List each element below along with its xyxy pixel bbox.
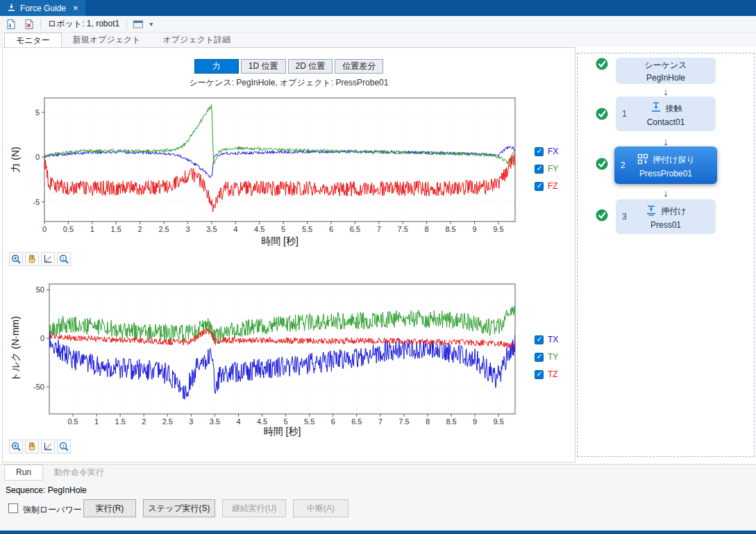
- svg-text:-50: -50: [33, 383, 44, 391]
- close-icon[interactable]: ×: [73, 3, 78, 12]
- svg-text:2: 2: [138, 225, 142, 233]
- status-success-icon: [596, 209, 608, 222]
- toolbar: ロボット: 1, robot1 ▾: [0, 16, 756, 33]
- tab-run[interactable]: Run: [4, 465, 43, 481]
- svg-text:力 (N): 力 (N): [10, 147, 21, 172]
- main-tabstrip: モニター 新規オブジェクト オブジェクト詳細: [0, 33, 756, 47]
- zoom-reset-icon[interactable]: 1: [57, 252, 71, 266]
- step-number: 3: [622, 212, 627, 222]
- sequence-step-contact[interactable]: 1 接触 Contact01: [616, 97, 716, 131]
- svg-text:4: 4: [236, 417, 240, 426]
- svg-text:9: 9: [473, 417, 477, 426]
- fx-checkbox[interactable]: [535, 147, 544, 156]
- tx-checkbox[interactable]: [535, 335, 544, 344]
- monitor-panel: 力 1D 位置 2D 位置 位置差分 シーケンス: PegInHole, オブジ…: [2, 47, 576, 462]
- force-low-power-checkbox[interactable]: [8, 503, 18, 513]
- chart-subtitle: シーケンス: PegInHole, オブジェクト: PressProbe01: [3, 77, 575, 89]
- status-strip: [0, 531, 756, 534]
- svg-text:6: 6: [331, 417, 335, 426]
- pan-icon[interactable]: [25, 252, 39, 266]
- fz-label: FZ: [548, 181, 558, 191]
- svg-text:0: 0: [35, 153, 40, 161]
- abort-button: 中断(A): [293, 499, 348, 517]
- torque-chart-toolbar: 1: [9, 440, 71, 453]
- svg-text:7: 7: [378, 417, 383, 426]
- tz-checkbox[interactable]: [535, 370, 544, 379]
- svg-text:時間 [秒]: 時間 [秒]: [264, 426, 301, 437]
- sequence-step-press[interactable]: 3 押付け Press01: [616, 199, 716, 234]
- svg-text:1.5: 1.5: [115, 417, 126, 426]
- force-guide-document-tab[interactable]: Force Guide ×: [0, 0, 85, 16]
- fy-checkbox[interactable]: [535, 165, 544, 174]
- run-tabstrip: Run 動作命令実行: [4, 465, 115, 481]
- svg-text:3.5: 3.5: [210, 417, 220, 426]
- zoom-in-icon[interactable]: [9, 252, 23, 266]
- step-title: 接触: [666, 103, 682, 115]
- sequence-step-press-probe[interactable]: 2 押付け探り PressProbe01: [614, 147, 717, 184]
- axis-scale-icon[interactable]: [41, 252, 55, 266]
- svg-text:6.5: 6.5: [351, 417, 362, 426]
- svg-text:9.5: 9.5: [493, 225, 503, 233]
- svg-text:1.5: 1.5: [111, 225, 121, 233]
- zoom-reset-icon[interactable]: 1: [57, 440, 71, 453]
- clear-data-icon[interactable]: [22, 17, 36, 31]
- view-2d-position-button[interactable]: 2D 位置: [288, 59, 333, 74]
- tab-monitor[interactable]: モニター: [4, 33, 62, 47]
- svg-text:3: 3: [185, 225, 190, 233]
- toolbar-separator: [40, 19, 41, 30]
- legend-item: FX: [535, 147, 558, 156]
- svg-text:50: 50: [36, 285, 44, 294]
- tab-object-detail[interactable]: オブジェクト詳細: [152, 33, 242, 47]
- svg-text:1: 1: [90, 225, 94, 233]
- svg-text:5: 5: [284, 417, 288, 426]
- force-guide-icon: [7, 3, 16, 14]
- view-1d-position-button[interactable]: 1D 位置: [241, 59, 286, 74]
- legend-item: TX: [535, 335, 558, 344]
- fz-checkbox[interactable]: [535, 182, 544, 191]
- continue-button: 継続実行(U): [222, 499, 286, 517]
- view-position-diff-button[interactable]: 位置差分: [335, 59, 383, 74]
- svg-text:8: 8: [425, 225, 429, 233]
- torque-chart[interactable]: 0.511.522.533.544.555.566.577.588.599.55…: [5, 277, 532, 440]
- pan-icon[interactable]: [25, 440, 39, 453]
- svg-text:5: 5: [35, 108, 40, 117]
- force-chart[interactable]: 00.511.522.533.544.555.566.577.588.599.5…: [5, 90, 532, 249]
- legend-item: TY: [535, 352, 558, 362]
- svg-text:6.5: 6.5: [350, 225, 360, 233]
- svg-text:9.5: 9.5: [494, 417, 504, 426]
- toolbar-overflow-button[interactable]: ▾: [149, 21, 153, 28]
- open-data-icon[interactable]: [4, 17, 18, 31]
- window-layout-icon[interactable]: [131, 17, 145, 31]
- svg-text:時間 [秒]: 時間 [秒]: [261, 235, 299, 247]
- tab-title: Force Guide: [20, 3, 66, 13]
- step-title: 押付け探り: [653, 154, 695, 166]
- svg-text:3: 3: [189, 417, 193, 426]
- execute-button[interactable]: 実行(R): [83, 499, 136, 517]
- legend-item: FZ: [535, 181, 558, 191]
- step-subtitle: PressProbe01: [639, 169, 692, 178]
- zoom-in-icon[interactable]: [9, 440, 23, 453]
- step-execute-button[interactable]: ステップ実行(S): [143, 499, 215, 517]
- ty-checkbox[interactable]: [535, 353, 544, 362]
- run-panel: Run 動作命令実行 Sequence: PegInHole 強制ローパワー 実…: [0, 464, 756, 531]
- svg-text:トルク (N·mm): トルク (N·mm): [10, 316, 21, 381]
- tab-motion-command: 動作命令実行: [43, 465, 115, 481]
- svg-text:5.5: 5.5: [302, 225, 312, 233]
- svg-text:7: 7: [377, 225, 381, 233]
- axis-scale-icon[interactable]: [41, 440, 55, 453]
- view-force-button[interactable]: 力: [194, 59, 239, 74]
- step-subtitle: Contact01: [647, 117, 685, 127]
- svg-text:9: 9: [472, 225, 476, 233]
- press-icon: [645, 204, 657, 219]
- sequence-step-header[interactable]: シーケンス PegInHole: [616, 58, 716, 84]
- svg-text:4: 4: [233, 225, 237, 233]
- tab-new-object[interactable]: 新規オブジェクト: [62, 33, 152, 47]
- svg-text:-5: -5: [33, 198, 40, 206]
- svg-text:8.5: 8.5: [445, 225, 455, 233]
- svg-text:1: 1: [94, 417, 99, 426]
- tz-label: TZ: [548, 369, 558, 379]
- robot-label: ロボット: 1, robot1: [45, 18, 122, 30]
- step-title: シーケンス: [644, 60, 687, 72]
- svg-text:0: 0: [42, 225, 47, 233]
- fx-label: FX: [548, 147, 558, 156]
